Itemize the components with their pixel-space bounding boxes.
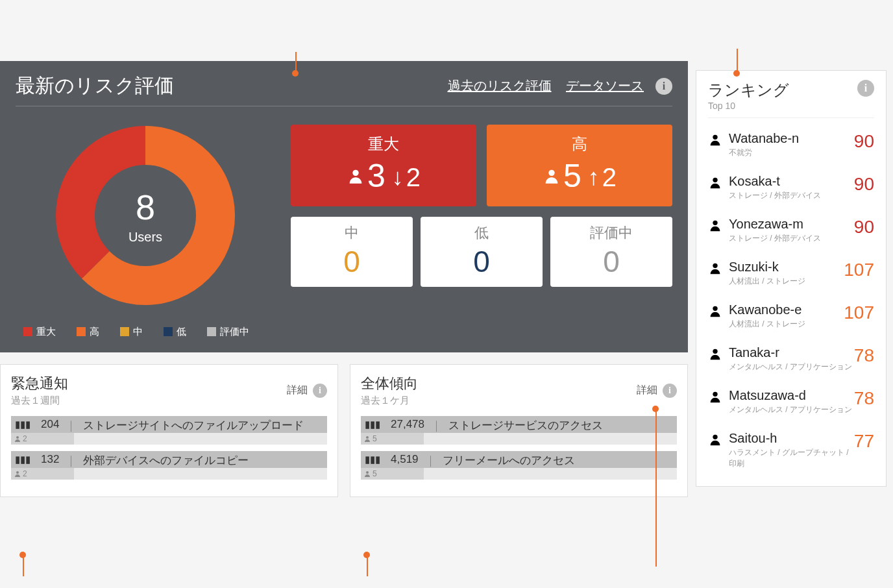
bar-label: ストレージサイトへのファイルアップロード (83, 418, 304, 433)
person-icon (347, 167, 365, 185)
svg-point-11 (713, 263, 717, 268)
trend-title: 全体傾向 (361, 374, 637, 393)
donut-legend: 重大 高 中 低 評価中 (23, 326, 268, 338)
person-icon: 2 (14, 469, 27, 478)
rank-category: ストレージ / 外部デバイス (729, 233, 854, 244)
bar-chart-icon: ▮▮▮ (15, 419, 31, 430)
svg-point-12 (713, 306, 717, 311)
rank-category: 人材流出 / ストレージ (729, 319, 844, 330)
rank-score: 78 (854, 388, 874, 409)
bar-chart-icon: ▮▮▮ (365, 419, 380, 430)
ranking-panel: ランキング Top 10 i Watanabe-n 不就労 90 Kosaka-… (696, 70, 887, 487)
risk-panel-title: 最新のリスク評価 (16, 73, 448, 99)
rank-item[interactable]: Yonezawa-m ストレージ / 外部デバイス 90 (708, 209, 874, 252)
risk-assessment-panel: 最新のリスク評価 過去のリスク評価 データソース i (0, 61, 688, 352)
svg-point-13 (713, 349, 717, 354)
info-icon[interactable]: i (663, 384, 677, 398)
low-card[interactable]: 低 0 (421, 217, 543, 287)
urgent-notice-panel: 緊急通知 過去１週間 詳細 i ▮▮▮ 2 204 ｜ ストレージサイトへのファ… (0, 364, 338, 497)
svg-point-15 (713, 435, 717, 439)
svg-point-7 (366, 471, 369, 474)
rank-category: 人材流出 / ストレージ (729, 276, 844, 287)
rank-name: Yonezawa-m (729, 217, 854, 232)
arrow-down-icon: ↓ (392, 164, 404, 191)
rank-score: 107 (844, 302, 874, 323)
svg-point-9 (713, 178, 717, 182)
bar-count: 4,519 (391, 453, 419, 468)
rank-name: Watanabe-n (729, 131, 854, 146)
rank-item[interactable]: Suzuki-k 人材流出 / ストレージ 107 (708, 252, 874, 295)
info-icon[interactable]: i (655, 78, 672, 95)
rank-item[interactable]: Kawanobe-e 人材流出 / ストレージ 107 (708, 295, 874, 337)
person-icon (708, 132, 722, 147)
rank-category: 不就労 (729, 147, 854, 158)
person-icon: 2 (14, 434, 27, 443)
bar-count: 204 (41, 418, 59, 433)
bar-row[interactable]: ▮▮▮ 5 27,478 ｜ ストレージサービスのアクセス (361, 416, 677, 445)
ranking-subtitle: Top 10 (708, 101, 857, 111)
rank-score: 90 (854, 174, 874, 195)
medium-card[interactable]: 中 0 (291, 217, 413, 287)
rank-category: メンタルヘルス / アプリケーション (729, 404, 854, 415)
bar-row[interactable]: ▮▮▮ 5 4,519 ｜ フリーメールへのアクセス (361, 451, 677, 480)
rank-item[interactable]: Watanabe-n 不就労 90 (708, 123, 874, 166)
svg-point-2 (352, 170, 358, 176)
person-icon (708, 261, 722, 275)
person-icon (708, 175, 722, 190)
person-icon (708, 304, 722, 318)
rank-category: ハラスメント / グループチャット / 印刷 (729, 447, 854, 469)
bar-label: フリーメールへのアクセス (443, 453, 575, 468)
rank-score: 107 (844, 260, 874, 280)
person-icon (708, 347, 722, 361)
rank-name: Kawanobe-e (729, 302, 844, 317)
person-icon: 5 (363, 469, 377, 478)
rank-name: Tanaka-r (729, 345, 854, 360)
risk-donut-chart: 8 Users (48, 118, 243, 313)
donut-total: 8 (128, 187, 162, 227)
rank-score: 77 (854, 431, 874, 452)
rank-score: 90 (854, 131, 874, 152)
arrow-up-icon: ↑ (588, 164, 600, 191)
rank-item[interactable]: Kosaka-t ストレージ / 外部デバイス 90 (708, 166, 874, 209)
bar-row[interactable]: ▮▮▮ 2 204 ｜ ストレージサイトへのファイルアップロード (11, 416, 327, 445)
info-icon[interactable]: i (857, 80, 874, 97)
info-icon[interactable]: i (313, 384, 327, 398)
ranking-title: ランキング (708, 80, 857, 101)
rank-category: ストレージ / 外部デバイス (729, 190, 854, 201)
svg-point-5 (16, 471, 19, 474)
person-icon (708, 218, 722, 232)
rank-name: Saitou-h (729, 431, 854, 446)
bar-count: 27,478 (391, 418, 424, 433)
trend-detail-link[interactable]: 詳細 (637, 384, 657, 397)
critical-card[interactable]: 重大 3 ↓ 2 (291, 125, 476, 206)
rank-name: Kosaka-t (729, 174, 854, 189)
urgent-subtitle: 過去１週間 (11, 395, 287, 407)
person-icon: 5 (363, 434, 377, 443)
rank-item[interactable]: Tanaka-r メンタルヘルス / アプリケーション 78 (708, 337, 874, 380)
person-icon (708, 389, 722, 404)
trend-subtitle: 過去１ケ月 (361, 395, 637, 407)
rank-name: Matsuzawa-d (729, 388, 854, 403)
person-icon (708, 432, 722, 447)
svg-point-4 (16, 436, 19, 439)
high-card[interactable]: 高 5 ↑ 2 (487, 125, 672, 206)
urgent-detail-link[interactable]: 詳細 (287, 384, 308, 397)
svg-point-3 (548, 170, 554, 176)
rank-category: メンタルヘルス / アプリケーション (729, 361, 854, 373)
evaluating-card[interactable]: 評価中 0 (550, 217, 672, 287)
bar-row[interactable]: ▮▮▮ 2 132 ｜ 外部デバイスへのファイルコピー (11, 451, 327, 480)
rank-score: 78 (854, 345, 874, 366)
svg-point-8 (713, 135, 717, 140)
svg-point-14 (713, 392, 717, 397)
svg-point-6 (366, 436, 369, 439)
past-risk-link[interactable]: 過去のリスク評価 (448, 79, 552, 93)
trend-panel: 全体傾向 過去１ケ月 詳細 i ▮▮▮ 5 27,478 ｜ ストレージサービス… (350, 364, 688, 497)
data-source-link[interactable]: データソース (566, 79, 644, 93)
bar-label: 外部デバイスへのファイルコピー (83, 453, 249, 468)
rank-item[interactable]: Matsuzawa-d メンタルヘルス / アプリケーション 78 (708, 380, 874, 423)
donut-label: Users (128, 230, 162, 245)
rank-item[interactable]: Saitou-h ハラスメント / グループチャット / 印刷 77 (708, 423, 874, 477)
bar-label: ストレージサービスのアクセス (448, 418, 603, 433)
rank-score: 90 (854, 217, 874, 238)
svg-point-10 (713, 221, 717, 225)
